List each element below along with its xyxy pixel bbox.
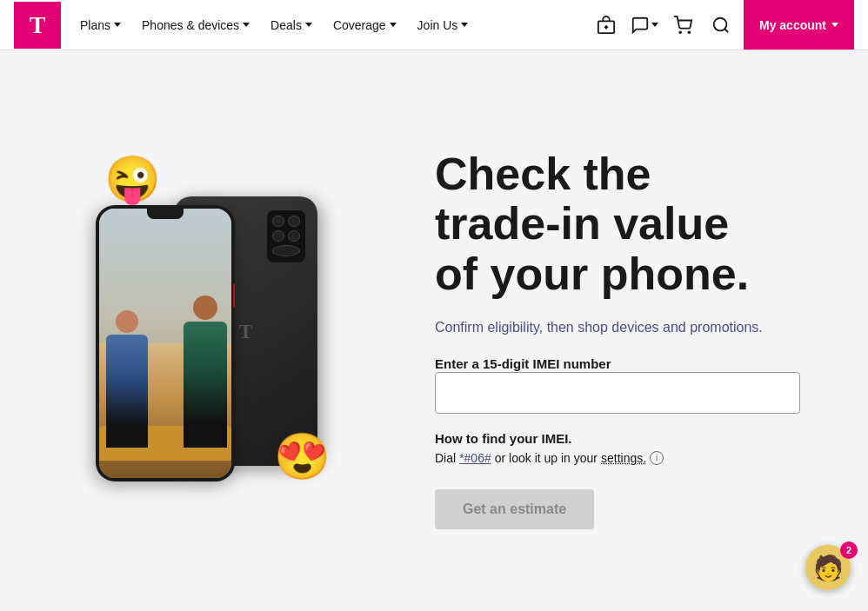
svg-point-4 [688,31,690,33]
person1 [106,310,148,448]
person2-body [184,322,227,448]
chat-widget[interactable]: 🧑 2 [805,545,854,594]
phone-hero-image: 😜 T [52,144,383,518]
logo-letter: T [30,13,46,37]
dial-code-link[interactable]: *#06# [459,451,491,465]
imei-label: Enter a 15-digit IMEI number [435,356,611,371]
chevron-down-icon [461,23,468,27]
nav-phones-devices[interactable]: Phones & devices [133,11,258,39]
main-content: 😜 T [0,50,868,611]
chevron-down-icon [243,23,250,27]
person2-head [193,296,217,320]
imei-input[interactable] [435,372,800,414]
hero-subtitle: Confirm eligibility, then shop devices a… [435,320,816,335]
store-button[interactable] [591,10,622,41]
heart-eyes-emoji: 😍 [274,430,331,483]
camera-module [267,210,305,262]
camera-lens [272,216,284,227]
chevron-down-icon [114,23,121,27]
nav-join-us[interactable]: Join Us [409,11,477,39]
navigation: T Plans Phones & devices Deals Coverage … [0,0,868,50]
nav-links: Plans Phones & devices Deals Coverage Jo… [71,11,591,39]
phone-notch [147,209,184,219]
nav-icon-group [591,10,737,41]
settings-link[interactable]: settings. [601,451,646,465]
brand-logo[interactable]: T [14,2,61,49]
chevron-down-icon [390,23,397,27]
chat-badge: 2 [840,541,858,559]
dial-instructions: Dial *#06# or look it up in your setting… [435,451,816,465]
phone-screen [99,209,231,478]
chat-button[interactable] [629,10,660,41]
my-account-button[interactable]: My account [744,0,854,50]
red-side-button [233,283,235,308]
camera-lens [288,230,300,242]
nav-deals[interactable]: Deals [262,11,321,39]
svg-line-6 [724,29,728,32]
chevron-down-icon [651,23,658,27]
camera-lens [272,230,284,242]
chevron-down-icon [831,23,838,27]
get-estimate-button[interactable]: Get an estimate [435,489,594,529]
cart-button[interactable] [667,10,698,41]
svg-point-5 [714,17,727,30]
how-to-find-heading: How to find your IMEI. [435,431,816,446]
wink-emoji: 😜 [104,153,161,206]
info-icon[interactable]: i [650,451,664,465]
person2 [184,296,227,448]
tmobile-logo-back: T [238,319,252,342]
nav-plans[interactable]: Plans [71,11,130,39]
chevron-down-icon [305,23,312,27]
search-button[interactable] [705,10,737,41]
svg-point-3 [679,31,681,33]
hero-heading: Check the trade-in value of your phone. [435,149,816,299]
person1-head [116,310,138,333]
camera-lens [288,216,300,227]
person1-body [106,335,148,448]
phone-front [96,205,235,481]
camera-flash [272,245,300,256]
hero-text-section: Check the trade-in value of your phone. … [435,132,816,529]
nav-coverage[interactable]: Coverage [324,11,405,39]
